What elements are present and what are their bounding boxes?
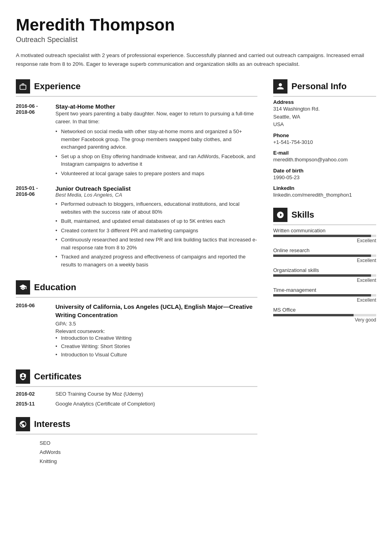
exp-role-2: Junior Outreach Specialist — [55, 185, 257, 192]
exp-bullet-2-1: Performed outreach to bloggers, influenc… — [55, 200, 257, 216]
skill-name-5: MS Office — [273, 307, 376, 313]
skill-name-1: Written communication — [273, 228, 376, 233]
candidate-title: Outreach Specialist — [16, 36, 376, 44]
education-icon-box — [16, 280, 30, 295]
exp-date-2: 2015-01 -2016-06 — [16, 185, 48, 270]
phone-label: Phone — [273, 132, 376, 138]
skill-fill-1 — [273, 235, 371, 237]
certificates-header: Certificates — [16, 369, 257, 387]
exp-bullet-2-4: Continuously researched and tested new P… — [55, 236, 257, 251]
skill-level-2: Excellent — [273, 258, 376, 263]
interests-icon-box — [16, 417, 30, 431]
personal-dob: Date of birth 1990-05-23 — [273, 168, 376, 182]
skill-time-mgmt: Time-management Excellent — [273, 287, 376, 303]
interests-section: Interests SEO AdWords Knitting — [16, 417, 257, 466]
skill-fill-3 — [273, 274, 371, 277]
personal-email: E-mail meredith.thompson@yahoo.com — [273, 150, 376, 164]
exp-bullet-2-5: Tracked and analyzed progress and effect… — [55, 253, 257, 268]
personal-info-icon-box — [273, 79, 287, 94]
skill-fill-2 — [273, 255, 371, 257]
edu-coursework-label: Relevant coursework: — [55, 328, 257, 334]
personal-info-header: Personal Info — [273, 79, 376, 97]
personal-address: Address 314 Washington Rd.Seattle, WAUSA — [273, 99, 376, 128]
skills-icon-box — [273, 208, 287, 222]
skill-fill-5 — [273, 314, 354, 316]
edu-course-1: Introduction to Creative Writing — [55, 334, 257, 343]
person-icon — [276, 82, 284, 90]
exp-entry-2: 2015-01 -2016-06 Junior Outreach Special… — [16, 185, 257, 270]
left-column: Experience 2016-06 -2018-06 Stay-at-Home… — [16, 79, 257, 476]
personal-info-section: Personal Info Address 314 Washington Rd.… — [273, 79, 376, 199]
interest-knitting: Knitting — [16, 457, 257, 466]
exp-bullet-1-2: Set up a shop on Etsy offering handmade … — [55, 153, 257, 168]
exp-bullet-2-3: Created content for 3 different PR and m… — [55, 227, 257, 235]
experience-header: Experience — [16, 79, 257, 97]
email-value: meredith.thompson@yahoo.com — [273, 156, 376, 164]
skill-bar-5 — [273, 314, 376, 316]
main-columns: Experience 2016-06 -2018-06 Stay-at-Home… — [16, 79, 376, 476]
exp-content-2: Junior Outreach Specialist Best Media, L… — [55, 185, 257, 270]
cert-date-2: 2015-11 — [16, 401, 48, 407]
skill-name-3: Organizational skills — [273, 267, 376, 273]
skill-name-4: Time-management — [273, 287, 376, 293]
exp-content-1: Stay-at-Home Mother Spent two years pare… — [55, 103, 257, 179]
skills-section: Skills Written communication Excellent O… — [273, 208, 376, 323]
experience-icon-box — [16, 79, 30, 94]
exp-bullet-2-2: Built, maintained, and updated email dat… — [55, 217, 257, 225]
interests-header: Interests — [16, 417, 257, 434]
skill-bar-1 — [273, 235, 376, 237]
education-header: Education — [16, 280, 257, 298]
interest-seo: SEO — [16, 438, 257, 448]
interest-adwords: AdWords — [16, 448, 257, 457]
phone-value: +1-541-754-3010 — [273, 138, 376, 146]
cert-entry-2: 2015-11 Google Analytics (Certificate of… — [16, 401, 257, 407]
cert-title-2: Google Analytics (Certificate of Complet… — [55, 401, 155, 407]
personal-info-label: Personal Info — [291, 81, 346, 92]
exp-bullet-1-1: Networked on social media with other sta… — [55, 128, 257, 151]
graduation-icon — [19, 283, 27, 291]
exp-bullets-1: Networked on social media with other sta… — [55, 128, 257, 177]
edu-content-1: University of California, Los Angeles (U… — [55, 302, 257, 359]
exp-bullets-2: Performed outreach to bloggers, influenc… — [55, 200, 257, 268]
personal-phone: Phone +1-541-754-3010 — [273, 132, 376, 146]
briefcase-icon — [19, 82, 27, 90]
edu-course-2: Creative Writing: Short Stories — [55, 343, 257, 351]
certificates-label: Certificates — [34, 371, 82, 382]
edu-date-1: 2016-06 — [16, 302, 48, 359]
certificates-section: Certificates 2016-02 SEO Training Course… — [16, 369, 257, 407]
address-label: Address — [273, 99, 376, 105]
exp-role-1: Stay-at-Home Mother — [55, 103, 257, 110]
skill-written-comm: Written communication Excellent — [273, 228, 376, 243]
skill-ms-office: MS Office Very good — [273, 307, 376, 323]
cert-title-1: SEO Training Course by Moz (Udemy) — [55, 391, 143, 397]
skill-org-skills: Organizational skills Excellent — [273, 267, 376, 283]
skill-level-5: Very good — [273, 317, 376, 323]
exp-bullet-1-3: Volunteered at local garage sales to pre… — [55, 170, 257, 178]
skills-label: Skills — [291, 210, 314, 220]
summary-text: A motivated outreach specialist with 2 y… — [16, 51, 376, 68]
email-label: E-mail — [273, 150, 376, 156]
skill-fill-4 — [273, 294, 371, 297]
linkedin-label: LinkedIn — [273, 185, 376, 191]
skill-level-4: Excellent — [273, 297, 376, 303]
linkedin-value: linkedin.com/meredith_thomphon1 — [273, 191, 376, 199]
edu-courses-1: Introduction to Creative Writing Creativ… — [55, 334, 257, 359]
personal-linkedin: LinkedIn linkedin.com/meredith_thomphon1 — [273, 185, 376, 199]
certificates-icon-box — [16, 369, 30, 384]
skill-online-research: Online research Excellent — [273, 247, 376, 263]
experience-section: Experience 2016-06 -2018-06 Stay-at-Home… — [16, 79, 257, 270]
header-section: Meredith Thompson Outreach Specialist — [16, 16, 376, 44]
right-column: Personal Info Address 314 Washington Rd.… — [273, 79, 376, 476]
dob-value: 1990-05-23 — [273, 174, 376, 182]
cert-entry-1: 2016-02 SEO Training Course by Moz (Udem… — [16, 391, 257, 397]
skills-icon — [276, 211, 284, 219]
skill-level-3: Excellent — [273, 278, 376, 283]
resume-page: Meredith Thompson Outreach Specialist A … — [0, 0, 392, 492]
dob-label: Date of birth — [273, 168, 376, 174]
skill-name-2: Online research — [273, 247, 376, 253]
candidate-name: Meredith Thompson — [16, 16, 376, 34]
education-section: Education 2016-06 University of Californ… — [16, 280, 257, 359]
edu-entry-1: 2016-06 University of California, Los An… — [16, 302, 257, 359]
skill-bar-4 — [273, 294, 376, 297]
cert-date-1: 2016-02 — [16, 391, 48, 397]
